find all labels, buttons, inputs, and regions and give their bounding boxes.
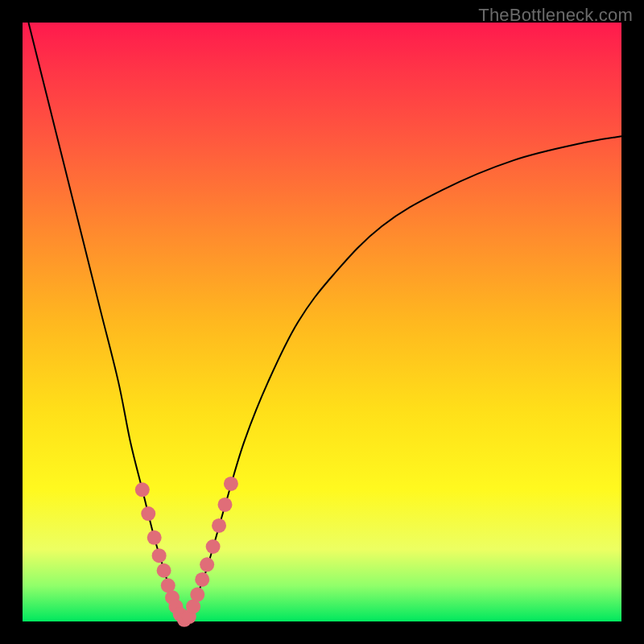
watermark-text: TheBottleneck.com bbox=[478, 5, 633, 26]
marker-group bbox=[135, 477, 238, 627]
plot-area bbox=[23, 23, 621, 621]
data-marker bbox=[147, 530, 162, 545]
data-marker bbox=[212, 518, 226, 533]
data-marker bbox=[157, 564, 171, 578]
data-marker bbox=[152, 548, 167, 563]
curve-right-branch bbox=[184, 136, 621, 621]
curve-left-branch bbox=[28, 23, 184, 621]
chart-svg bbox=[23, 23, 621, 621]
curve-group bbox=[28, 23, 621, 621]
data-marker bbox=[224, 477, 238, 491]
data-marker bbox=[190, 588, 204, 602]
data-marker bbox=[206, 539, 221, 554]
data-marker bbox=[195, 572, 209, 587]
data-marker bbox=[200, 557, 214, 572]
data-marker bbox=[135, 482, 150, 497]
data-marker bbox=[141, 506, 155, 521]
data-marker bbox=[217, 497, 232, 512]
